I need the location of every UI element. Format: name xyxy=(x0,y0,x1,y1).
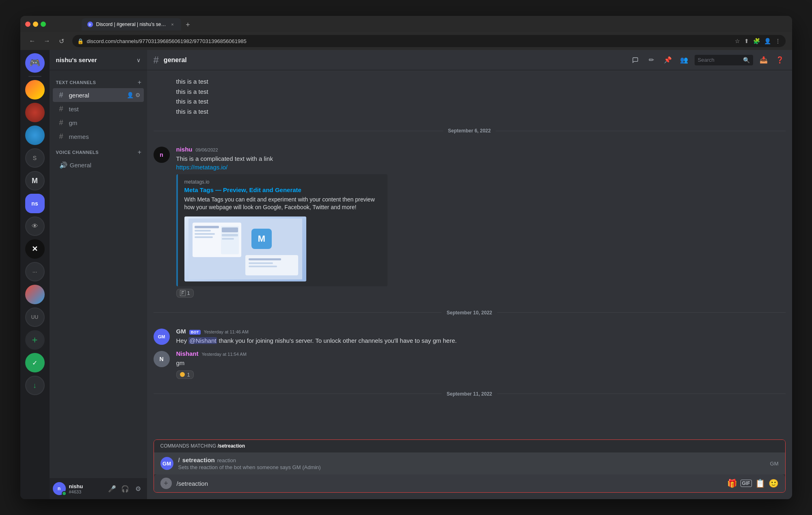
mention-nishant[interactable]: @Nishant xyxy=(188,337,217,344)
svg-rect-8 xyxy=(222,234,238,236)
minimize-window-button[interactable] xyxy=(33,22,38,27)
sticker-icon[interactable]: 📋 xyxy=(755,478,765,488)
channel-item-test[interactable]: # test xyxy=(53,102,144,116)
threads-button[interactable] xyxy=(630,54,641,66)
active-tab[interactable]: D Discord | #general | nishu's se… × xyxy=(82,18,182,30)
server-name-header[interactable]: nishu's server ∨ xyxy=(50,50,147,70)
server-icon-download[interactable]: ↓ xyxy=(25,376,45,395)
server-icon-green[interactable]: ✓ xyxy=(25,353,45,372)
settings-icon[interactable]: ⚙ xyxy=(135,92,141,98)
pin-button[interactable]: 📌 xyxy=(662,54,673,66)
search-box[interactable]: Search 🔍 xyxy=(695,55,753,65)
divider-line xyxy=(154,394,442,394)
profile-icon[interactable]: 👤 xyxy=(764,38,771,44)
server-icon-ns[interactable]: ns xyxy=(25,194,45,213)
message-input[interactable]: /setreaction xyxy=(177,480,722,487)
url-text: discord.com/channels/977031396856061982/… xyxy=(87,38,732,44)
server-icon-discord[interactable]: 🎮 xyxy=(25,53,45,73)
link-embed: metatags.io Meta Tags — Preview, Edit an… xyxy=(176,174,388,286)
members-button[interactable]: 👥 xyxy=(678,54,690,66)
server-icon-eye[interactable]: 👁 xyxy=(25,216,45,236)
avatar-letter: n xyxy=(58,486,61,491)
add-server-button[interactable]: + xyxy=(25,330,45,350)
message-line: this is a test xyxy=(176,87,763,97)
microphone-button[interactable]: 🎤 xyxy=(106,483,118,494)
share-icon[interactable]: ⬆ xyxy=(744,38,749,44)
msg-link[interactable]: https://metatags.io/ xyxy=(176,164,228,171)
help-button[interactable]: ❓ xyxy=(774,54,786,66)
back-button[interactable]: ← xyxy=(27,35,38,47)
input-right-icons: 🎁 GIF 📋 🙂 xyxy=(727,478,779,488)
gift-icon[interactable]: 🎁 xyxy=(727,478,737,488)
gif-icon[interactable]: GIF xyxy=(741,480,752,487)
embed-title[interactable]: Meta Tags — Preview, Edit and Generate xyxy=(184,186,381,193)
msg-header: nishu 09/06/2022 xyxy=(176,146,786,153)
server-icon-s1[interactable] xyxy=(25,80,45,100)
command-item-setreaction[interactable]: GM / setreaction reaction Sets the react… xyxy=(154,452,785,474)
headset-button[interactable]: 🎧 xyxy=(119,483,131,494)
server-icon-x[interactable]: ✕ xyxy=(25,239,45,259)
user-name: nishu xyxy=(69,483,103,489)
new-tab-button[interactable]: + xyxy=(182,19,193,30)
add-voice-channel-button[interactable]: + xyxy=(136,148,144,156)
bookmark-icon[interactable]: ☆ xyxy=(735,38,740,44)
extensions-icon[interactable]: 🧩 xyxy=(753,38,760,44)
user-icon[interactable]: 👤 xyxy=(127,92,134,98)
forward-button[interactable]: → xyxy=(41,35,53,47)
svg-rect-12 xyxy=(245,255,298,275)
divider-line xyxy=(154,131,443,131)
edit-button[interactable]: ✏ xyxy=(646,54,657,66)
server-icon-m[interactable]: M xyxy=(25,171,45,190)
add-attachment-button[interactable]: + xyxy=(160,478,172,489)
emoji-icon[interactable]: 🙂 xyxy=(769,478,779,488)
reaction-flag[interactable]: 🇫 1 xyxy=(176,289,194,298)
reaction-gold[interactable]: 1 xyxy=(176,370,194,379)
divider-line xyxy=(497,394,786,394)
username-nishu: nishu xyxy=(176,146,193,153)
channel-item-gm[interactable]: # gm xyxy=(53,116,144,130)
msg-text-nishu: This is a complicated text with a link xyxy=(176,154,786,164)
message-input-box: + /setreaction 🎁 GIF 📋 🙂 xyxy=(154,474,785,492)
user-settings-button[interactable]: ⚙ xyxy=(132,483,144,494)
browser-window: D Discord | #general | nishu's se… × + ←… xyxy=(20,16,792,499)
chat-channel-name: general xyxy=(164,56,187,64)
traffic-lights xyxy=(25,22,46,27)
close-window-button[interactable] xyxy=(25,22,30,27)
channel-hash-icon: # xyxy=(59,91,67,100)
svg-rect-5 xyxy=(195,236,213,238)
refresh-button[interactable]: ↺ xyxy=(56,35,67,47)
server-icon-s2[interactable] xyxy=(25,103,45,122)
server-icon-uu[interactable]: UU xyxy=(25,307,45,327)
command-query: /setreaction xyxy=(218,443,245,449)
search-placeholder: Search xyxy=(698,57,740,63)
maximize-window-button[interactable] xyxy=(41,22,46,27)
server-icon-s4[interactable]: S xyxy=(25,148,45,168)
timestamp-nishant: Yesterday at 11:54 AM xyxy=(202,352,247,357)
date-divider-sep11: September 11, 2022 xyxy=(147,388,792,400)
divider-line xyxy=(496,131,785,131)
channel-item-memes[interactable]: # memes xyxy=(53,130,144,143)
channel-name-memes: memes xyxy=(69,133,141,140)
menu-icon[interactable]: ⋮ xyxy=(775,38,781,44)
tab-bar: D Discord | #general | nishu's se… × + xyxy=(49,17,194,30)
server-icon-colorful[interactable] xyxy=(25,285,45,304)
messages-container[interactable]: this is a test this is a test this is a … xyxy=(147,70,792,439)
add-text-channel-button[interactable]: + xyxy=(136,78,144,87)
url-bar[interactable]: 🔒 discord.com/channels/97703139685606198… xyxy=(72,35,786,47)
channel-sidebar: nishu's server ∨ TEXT CHANNELS + # gener… xyxy=(50,50,147,499)
user-avatar: n xyxy=(53,482,66,495)
voice-channel-general[interactable]: 🔊 General xyxy=(53,158,144,172)
tab-title: Discord | #general | nishu's se… xyxy=(96,22,166,27)
inbox-button[interactable]: 📥 xyxy=(758,54,769,66)
server-icon-dots[interactable]: ··· xyxy=(25,262,45,281)
date-label: September 10, 2022 xyxy=(442,310,497,316)
tab-close-button[interactable]: × xyxy=(169,21,175,28)
command-param: reaction xyxy=(217,457,236,463)
input-typed-text: /setreaction xyxy=(177,480,208,487)
command-slash: / xyxy=(178,457,180,463)
channel-item-general[interactable]: # general 👤 ⚙ xyxy=(53,88,144,102)
svg-rect-15 xyxy=(249,266,277,267)
title-bar: D Discord | #general | nishu's se… × + xyxy=(20,16,792,32)
msg-text-gm: Hey @Nishant thank you for joining nishu… xyxy=(176,336,786,346)
server-icon-s3[interactable] xyxy=(25,126,45,145)
